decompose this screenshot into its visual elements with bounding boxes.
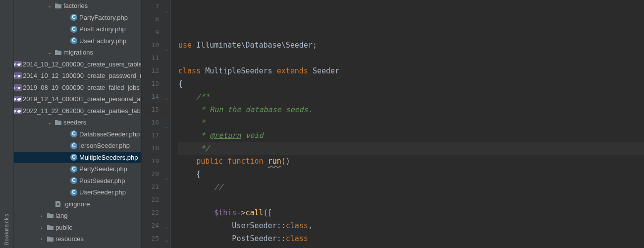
tree-row[interactable]: ›routes xyxy=(14,245,141,248)
code-line[interactable]: // xyxy=(178,181,644,193)
tree-row[interactable]: CDatabaseSeeder.php xyxy=(14,128,141,140)
tree-row[interactable]: CUserSeeder.php xyxy=(14,186,141,198)
tree-row[interactable]: PHP2019_12_14_000001_create_personal_acc… xyxy=(14,93,141,105)
line-number[interactable]: 15 xyxy=(142,103,170,116)
line-number[interactable]: 10⌄ xyxy=(142,39,170,52)
line-number[interactable]: 23 xyxy=(142,206,170,219)
code-line[interactable]: * xyxy=(178,116,644,129)
class-icon: C xyxy=(69,154,78,161)
chevron-right-icon[interactable]: › xyxy=(38,236,46,242)
line-number[interactable]: 19 xyxy=(142,155,170,168)
token: /** xyxy=(178,92,210,101)
code-line[interactable] xyxy=(178,193,644,206)
token: -> xyxy=(236,208,245,217)
line-number[interactable]: 11 xyxy=(142,52,170,64)
tree-item-label: DatabaseSeeder.php xyxy=(78,130,140,138)
chevron-down-icon[interactable]: ⌄ xyxy=(46,120,54,125)
tree-row[interactable]: CUserFactory.php xyxy=(14,35,141,47)
token: () xyxy=(281,157,290,166)
token: extends xyxy=(277,66,313,75)
code-line[interactable]: * Run the database seeds. xyxy=(178,103,644,116)
class-icon: C xyxy=(69,177,78,184)
left-toolstrip: Bookmarks xyxy=(0,0,14,248)
code-line[interactable]: PostSeeder::class xyxy=(178,232,644,245)
code-line[interactable]: * @return void xyxy=(178,129,644,142)
code-line[interactable]: ]); xyxy=(178,245,644,248)
fold-open-icon[interactable]: ⌄ xyxy=(163,43,168,48)
tree-item-label: 2014_10_12_100000_create_password_resets… xyxy=(22,72,142,79)
line-number[interactable]: 7⌄ xyxy=(142,0,170,13)
fold-open-icon[interactable]: ⌄ xyxy=(163,4,168,9)
tree-row[interactable]: ›public xyxy=(14,222,141,234)
line-number[interactable]: 20⌄ xyxy=(142,168,170,181)
tree-item-label: 2022_11_22_062000_create_parties_table.p… xyxy=(22,107,142,115)
tree-row[interactable]: CPostFactory.php xyxy=(14,23,141,35)
code-line[interactable]: use Illuminate\Database\Seeder; xyxy=(178,39,644,52)
line-number[interactable]: 21 xyxy=(142,181,170,193)
line-number[interactable]: 9 xyxy=(142,26,170,39)
chevron-down-icon[interactable]: ⌄ xyxy=(46,3,54,8)
chevron-right-icon[interactable]: › xyxy=(38,225,46,230)
bookmarks-toolwindow-button[interactable]: Bookmarks xyxy=(3,210,10,248)
tree-row[interactable]: CjersonSeeder.php xyxy=(14,140,141,152)
php-file-icon: PHP xyxy=(14,61,22,67)
code-line[interactable]: { xyxy=(178,168,644,181)
line-number[interactable]: 18 xyxy=(142,142,170,155)
fold-close-icon[interactable]: ⌃ xyxy=(163,94,168,99)
token: */ xyxy=(178,144,210,153)
tree-row[interactable]: PHP2019_08_19_000000_create_failed_jobs_… xyxy=(14,82,141,94)
code-line[interactable]: public function run() xyxy=(178,155,644,168)
tree-row[interactable]: PHP2014_10_12_100000_create_password_res… xyxy=(14,70,141,82)
tree-item-label: UserFactory.php xyxy=(78,37,126,45)
class-icon: C xyxy=(69,26,78,33)
line-number[interactable]: 16⌄ xyxy=(142,116,170,129)
chevron-right-icon[interactable]: › xyxy=(38,213,46,218)
tree-row[interactable]: CMultipleSeeders.php xyxy=(14,152,141,164)
tree-row[interactable]: PHP2014_10_12_000000_create_users_table.… xyxy=(14,59,141,70)
tree-row[interactable]: ⌄seeders xyxy=(14,117,141,128)
code-line[interactable]: class MultipleSeeders extends Seeder xyxy=(178,64,644,77)
line-number[interactable]: 25⌃ xyxy=(142,232,170,245)
code-line[interactable]: /** xyxy=(178,90,644,103)
project-tree[interactable]: ⌄factoriesCPartyFactory.phpCPostFactory.… xyxy=(14,0,142,248)
line-number[interactable]: 8 xyxy=(142,13,170,26)
token: call xyxy=(245,208,263,217)
fold-open-icon[interactable]: ⌄ xyxy=(163,120,168,125)
token: PostSeeder:: xyxy=(178,234,286,243)
fold-close-icon[interactable]: ⌃ xyxy=(163,236,168,241)
line-number[interactable]: 13 xyxy=(142,77,170,90)
class-icon: C xyxy=(69,189,78,196)
php-file-icon: PHP xyxy=(14,108,22,114)
gutter[interactable]: 7⌄8910⌄11121314⌃1516⌄17181920⌄21222324⌃2… xyxy=(142,0,170,248)
token: ; xyxy=(313,41,317,50)
chevron-down-icon[interactable]: ⌄ xyxy=(46,50,54,55)
gitignore-icon xyxy=(54,200,62,207)
tree-row[interactable]: ⌄factories xyxy=(14,0,141,12)
code-line[interactable] xyxy=(178,52,644,64)
tree-row[interactable]: CPostSeeder.php xyxy=(14,175,141,187)
code-line[interactable]: $this->call([ xyxy=(178,206,644,219)
code-area[interactable]: use Illuminate\Database\Seeder; class Mu… xyxy=(170,0,644,248)
tree-row[interactable]: CPartyFactory.php xyxy=(14,12,141,24)
code-line[interactable]: */ xyxy=(178,142,644,155)
line-number[interactable]: 14⌃ xyxy=(142,90,170,103)
line-number[interactable]: 17 xyxy=(142,129,170,142)
line-number[interactable]: 26 xyxy=(142,245,170,248)
tree-row[interactable]: ›lang xyxy=(14,210,141,222)
tree-row[interactable]: ⌄migrations xyxy=(14,47,141,59)
token: { xyxy=(178,79,183,88)
token: use xyxy=(178,41,196,50)
tree-row[interactable]: .gitignore xyxy=(14,198,141,210)
tree-row[interactable]: PHP2022_11_22_062000_create_parties_tabl… xyxy=(14,105,141,117)
line-number[interactable]: 22 xyxy=(142,193,170,206)
code-line[interactable]: UserSeeder::class, xyxy=(178,219,644,232)
line-number[interactable]: 24⌃ xyxy=(142,219,170,232)
fold-close-icon[interactable]: ⌃ xyxy=(163,223,168,228)
class-icon: C xyxy=(69,130,78,137)
line-number[interactable]: 12 xyxy=(142,64,170,77)
code-line[interactable]: { xyxy=(178,77,644,90)
tree-item-label: UserSeeder.php xyxy=(78,188,126,196)
fold-open-icon[interactable]: ⌄ xyxy=(163,172,168,177)
tree-row[interactable]: ›resources xyxy=(14,233,141,245)
tree-row[interactable]: CPartySeeder.php xyxy=(14,163,141,175)
